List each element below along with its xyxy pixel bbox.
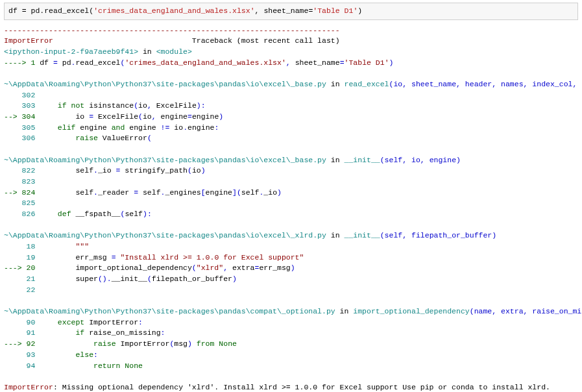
line-number: 302: [4, 91, 35, 99]
error-name: ImportError: [4, 36, 53, 45]
line-number: 823: [4, 177, 35, 186]
frame-path: ~\AppData\Roaming\Python\Python37\site-p…: [4, 307, 335, 315]
line-number: 303: [4, 101, 35, 110]
frame-path: ~\AppData\Roaming\Python\Python37\site-p…: [4, 80, 326, 88]
current-frame-arrow: ---> 20: [4, 263, 35, 272]
line-number: 822: [4, 166, 35, 175]
final-error-message: : Missing optional dependency 'xlrd'. In…: [53, 383, 550, 391]
current-frame-arrow: ---> 92: [4, 339, 35, 348]
line-number: 22: [4, 286, 35, 294]
line-number: 19: [4, 253, 35, 262]
current-frame-arrow: ----> 1: [4, 58, 35, 67]
code-cell[interactable]: df = pd.read_excel('crimes_data_england_…: [4, 3, 578, 20]
line-number: 18: [4, 242, 35, 251]
frame-path: ~\AppData\Roaming\Python\Python37\site-p…: [4, 156, 326, 164]
line-number: 306: [4, 134, 35, 142]
line-number: 21: [4, 275, 35, 283]
line-number: 826: [4, 210, 35, 218]
line-number: 93: [4, 350, 35, 359]
code-line: df = pd.read_excel('crimes_data_england_…: [8, 6, 362, 15]
frame-path: ~\AppData\Roaming\Python\Python37\site-p…: [4, 231, 326, 239]
output-area: ----------------------------------------…: [4, 25, 578, 392]
line-number: 825: [4, 199, 35, 207]
line-number: 90: [4, 318, 35, 326]
line-number: 305: [4, 123, 35, 132]
current-frame-arrow: --> 824: [4, 188, 35, 197]
final-error-name: ImportError: [4, 383, 53, 391]
current-frame-arrow: --> 304: [4, 112, 35, 121]
line-number: 91: [4, 328, 35, 337]
frame-location: <ipython-input-2-f9a7aeeb9f41>: [4, 47, 138, 56]
dash-line: ----------------------------------------…: [4, 26, 340, 34]
traceback-label: Traceback (most recent call last): [192, 36, 340, 45]
line-number: 94: [4, 361, 35, 370]
